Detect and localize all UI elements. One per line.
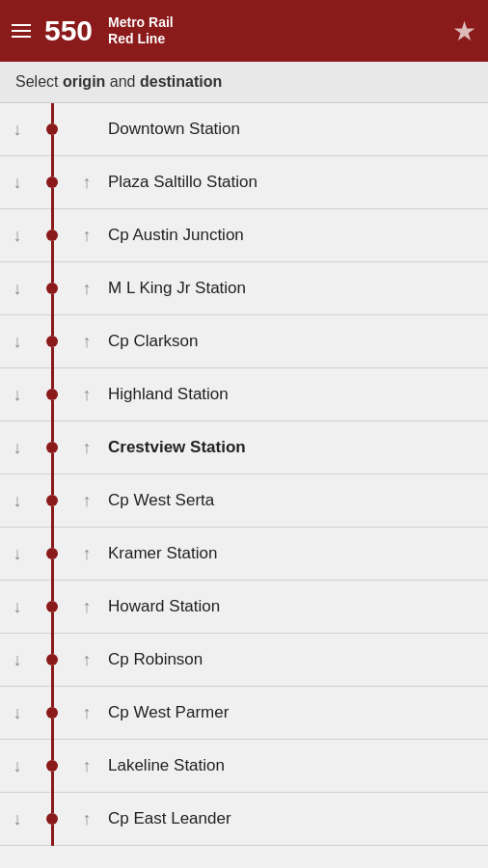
down-arrow-icon: ↓ <box>0 173 35 193</box>
station-row[interactable]: ↓↑Lakeline Station <box>0 740 488 793</box>
station-name: Cp Robinson <box>104 650 488 669</box>
down-arrow-icon: ↓ <box>0 756 35 776</box>
up-arrow-icon: ↑ <box>69 385 104 405</box>
line-dot <box>35 528 69 581</box>
station-row[interactable]: ↓Downtown Station <box>0 103 488 156</box>
station-row[interactable]: ↓↑Howard Station <box>0 581 488 634</box>
line-dot <box>35 262 69 315</box>
station-name: M L King Jr Station <box>104 279 488 298</box>
route-number: 550 <box>44 14 93 47</box>
up-arrow-icon: ↑ <box>69 279 104 299</box>
up-arrow-icon: ↑ <box>69 173 104 193</box>
favorite-button[interactable]: ★ <box>452 15 476 47</box>
down-arrow-icon: ↓ <box>0 332 35 352</box>
station-row[interactable]: ↓↑Cp Robinson <box>0 634 488 687</box>
line-dot <box>35 156 69 209</box>
station-list: ↓Downtown Station↓↑Plaza Saltillo Statio… <box>0 103 488 846</box>
down-arrow-icon: ↓ <box>0 120 35 140</box>
station-row[interactable]: ↓↑Cp West Parmer <box>0 687 488 740</box>
station-name: Cp West Parmer <box>104 703 488 722</box>
line-dot <box>35 103 69 156</box>
down-arrow-icon: ↓ <box>0 226 35 246</box>
station-name: Crestview Station <box>104 438 488 457</box>
station-row[interactable]: ↓↑M L King Jr Station <box>0 262 488 315</box>
up-arrow-icon: ↑ <box>69 703 104 723</box>
station-row[interactable]: ↓↑Cp West Serta <box>0 475 488 528</box>
station-name: Cp Austin Junction <box>104 226 488 245</box>
station-name: Downtown Station <box>104 120 488 139</box>
prompt-destination: destination <box>140 73 222 90</box>
prompt-middle: and <box>105 73 140 90</box>
station-name: Cp West Serta <box>104 491 488 510</box>
line-dot <box>35 793 69 846</box>
up-arrow-icon: ↑ <box>69 332 104 352</box>
station-name: Cp East Leander <box>104 809 488 828</box>
station-name: Howard Station <box>104 597 488 616</box>
station-row[interactable]: ↓↑Crestview Station <box>0 421 488 475</box>
route-line: Red Line <box>108 31 174 47</box>
station-name: Lakeline Station <box>104 756 488 775</box>
station-row[interactable]: ↓↑Plaza Saltillo Station <box>0 156 488 209</box>
station-row[interactable]: ↓↑Cp East Leander <box>0 793 488 846</box>
station-row[interactable]: ↓↑Cp Austin Junction <box>0 209 488 262</box>
down-arrow-icon: ↓ <box>0 491 35 511</box>
station-name: Highland Station <box>104 385 488 404</box>
up-arrow-icon: ↑ <box>69 226 104 246</box>
down-arrow-icon: ↓ <box>0 809 35 829</box>
down-arrow-icon: ↓ <box>0 544 35 564</box>
down-arrow-icon: ↓ <box>0 279 35 299</box>
up-arrow-icon: ↑ <box>69 809 104 829</box>
menu-button[interactable] <box>12 24 31 38</box>
up-arrow-icon: ↑ <box>69 491 104 511</box>
selection-prompt: Select origin and destination <box>0 62 488 103</box>
route-info: Metro Rail Red Line <box>108 14 174 47</box>
up-arrow-icon: ↑ <box>69 756 104 776</box>
down-arrow-icon: ↓ <box>0 597 35 617</box>
line-dot <box>35 581 69 634</box>
down-arrow-icon: ↓ <box>0 385 35 405</box>
line-dot <box>35 475 69 528</box>
down-arrow-icon: ↓ <box>0 650 35 670</box>
up-arrow-icon: ↑ <box>69 597 104 617</box>
prompt-origin: origin <box>63 73 105 90</box>
station-row[interactable]: ↓↑Cp Clarkson <box>0 315 488 368</box>
station-name: Plaza Saltillo Station <box>104 173 488 192</box>
header-left: 550 Metro Rail Red Line <box>12 14 174 47</box>
down-arrow-icon: ↓ <box>0 438 35 458</box>
up-arrow-icon: ↑ <box>69 544 104 564</box>
station-row[interactable]: ↓↑Kramer Station <box>0 528 488 581</box>
line-dot <box>35 315 69 368</box>
app-header: 550 Metro Rail Red Line ★ <box>0 0 488 62</box>
station-name: Cp Clarkson <box>104 332 488 351</box>
station-row[interactable]: ↓↑Highland Station <box>0 368 488 421</box>
line-dot <box>35 209 69 262</box>
line-dot <box>35 421 69 475</box>
line-dot <box>35 740 69 793</box>
up-arrow-icon: ↑ <box>69 650 104 670</box>
station-name: Kramer Station <box>104 544 488 563</box>
line-dot <box>35 634 69 687</box>
route-name: Metro Rail <box>108 14 174 31</box>
prompt-prefix: Select <box>15 73 63 90</box>
line-dot <box>35 368 69 421</box>
line-dot <box>35 687 69 740</box>
up-arrow-icon: ↑ <box>69 438 104 458</box>
down-arrow-icon: ↓ <box>0 703 35 723</box>
